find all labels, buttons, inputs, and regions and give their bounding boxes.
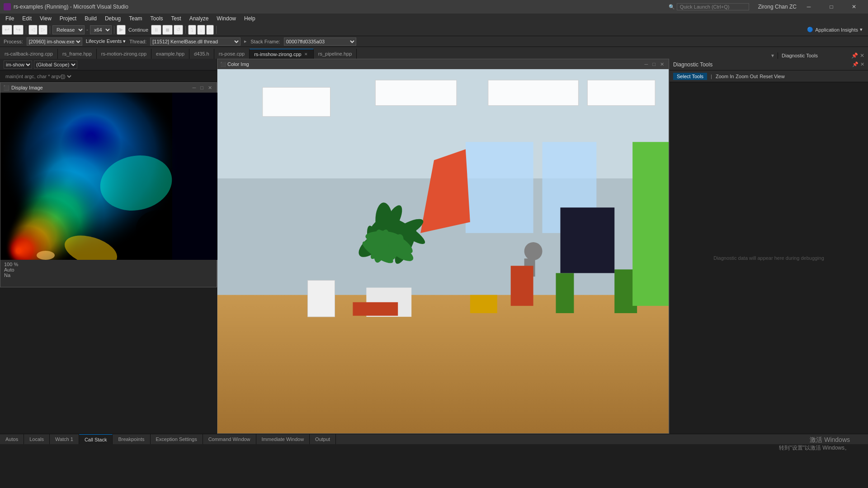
menu-debug[interactable]: Debug bbox=[101, 14, 124, 23]
toolbar: ↩ ↪ ◁ ▷ Release - x64 ▶ Continue ⏸ ⏹ ↺ ⤵… bbox=[0, 23, 868, 36]
diag-empty-message: Diagnostic data will appear here during … bbox=[713, 255, 824, 261]
zoom-in-button[interactable]: Zoom In bbox=[716, 74, 734, 79]
title-bar-left: rs-examples (Running) - Microsoft Visual… bbox=[4, 3, 128, 10]
color-minimize-button[interactable]: ─ bbox=[643, 61, 650, 67]
menu-file[interactable]: File bbox=[2, 14, 18, 23]
tab-label: rs-pose.cpp bbox=[219, 51, 245, 56]
tab-breakpoints[interactable]: Breakpoints bbox=[113, 434, 150, 444]
color-maximize-button[interactable]: □ bbox=[651, 61, 657, 67]
toolbar-separator-5 bbox=[216, 26, 217, 34]
tab-label: rs-imshow-zirong.cpp bbox=[254, 52, 302, 57]
diagnostic-tools-panel: Diagnostic Tools 📌 ✕ Select Tools | Zoom… bbox=[669, 59, 868, 434]
diag-pin-icon[interactable]: 📌 bbox=[852, 61, 859, 67]
global-scope-selector[interactable]: (Global Scope) bbox=[34, 61, 77, 69]
application-insights-button[interactable]: 🔵 Application Insights ▾ bbox=[803, 26, 866, 33]
editor-area: im-show (Global Scope) main(int argc, ch… bbox=[0, 59, 868, 434]
tab-immediate[interactable]: Immediate Window bbox=[256, 434, 310, 444]
menu-tools[interactable]: Tools bbox=[147, 14, 167, 23]
auto-label: Auto bbox=[4, 267, 14, 272]
config-selector[interactable]: Release bbox=[52, 25, 85, 34]
file-scope-selector[interactable]: im-show bbox=[4, 61, 32, 69]
pause-button[interactable]: ⏸ bbox=[151, 25, 161, 35]
insights-label: Application Insights bbox=[815, 27, 858, 33]
thread-label: Thread: bbox=[129, 39, 146, 44]
tab-close-button[interactable]: ✕ bbox=[303, 52, 309, 56]
select-tools-button[interactable]: Select Tools bbox=[673, 73, 707, 80]
tab-label: d435.h bbox=[194, 51, 209, 56]
display-minimize-button[interactable]: ─ bbox=[191, 85, 198, 91]
bottom-content bbox=[0, 444, 868, 488]
diag-close-tab-button[interactable]: ✕ bbox=[860, 52, 864, 59]
display-image-titlebar[interactable]: ⬛ Display Image ─ □ ✕ bbox=[0, 83, 217, 93]
menu-help[interactable]: Help bbox=[241, 14, 259, 23]
tab-rs-motion[interactable]: rs-motion-zirong.cpp bbox=[97, 49, 151, 59]
step-into-button[interactable]: ↓ bbox=[197, 25, 205, 35]
menu-view[interactable]: View bbox=[36, 14, 55, 23]
left-editor: im-show (Global Scope) main(int argc, ch… bbox=[0, 59, 217, 434]
tab-autos[interactable]: Autos bbox=[0, 434, 24, 444]
color-img-window[interactable]: ⬛ Color Img ─ □ ✕ bbox=[217, 59, 669, 434]
tab-rs-frame[interactable]: rs_frame.hpp bbox=[58, 49, 97, 59]
tab-output[interactable]: Output bbox=[310, 434, 336, 444]
diagnostic-tools-tab[interactable]: Diagnostic Tools 📌 ✕ bbox=[778, 52, 868, 59]
tab-example[interactable]: example.hpp bbox=[151, 49, 189, 59]
stop-button[interactable]: ⏹ bbox=[162, 25, 173, 35]
process-selector[interactable]: [20960] im-show.exe bbox=[27, 38, 82, 46]
diag-close-icon[interactable]: ✕ bbox=[860, 61, 864, 67]
display-maximize-button[interactable]: □ bbox=[198, 85, 205, 91]
menu-window[interactable]: Window bbox=[213, 14, 240, 23]
tab-command[interactable]: Command Window bbox=[203, 434, 256, 444]
redo-button[interactable]: ↪ bbox=[13, 25, 24, 35]
restart-button[interactable]: ↺ bbox=[174, 25, 183, 35]
close-button[interactable]: ✕ bbox=[844, 0, 864, 14]
color-image-content bbox=[217, 69, 669, 433]
quick-launch-text[interactable]: Quick Launch (Ctrl+Q) bbox=[677, 3, 749, 10]
tab-rs-pose[interactable]: rs-pose.cpp bbox=[214, 49, 250, 59]
display-close-button[interactable]: ✕ bbox=[206, 85, 214, 91]
tab-exception[interactable]: Exception Settings bbox=[151, 434, 203, 444]
tab-locals[interactable]: Locals bbox=[24, 434, 50, 444]
step-out-button[interactable]: ↑ bbox=[206, 25, 214, 35]
tabs-overflow-button[interactable]: ▾ bbox=[768, 52, 778, 59]
insights-arrow: ▾ bbox=[860, 27, 863, 33]
display-image-window[interactable]: ⬛ Display Image ─ □ ✕ 100 % Auto Na bbox=[0, 82, 217, 287]
menu-analyze[interactable]: Analyze bbox=[186, 14, 212, 23]
lifecycle-button[interactable]: Lifecycle Events ▾ bbox=[86, 38, 126, 44]
tab-watch[interactable]: Watch 1 bbox=[50, 434, 79, 444]
minimize-button[interactable]: ─ bbox=[798, 0, 819, 14]
undo-button[interactable]: ↩ bbox=[2, 25, 12, 35]
menu-build[interactable]: Build bbox=[81, 14, 100, 23]
reset-view-button[interactable]: Reset View bbox=[760, 74, 784, 79]
tab-callstack[interactable]: Call Stack bbox=[79, 434, 113, 444]
zoom-out-button[interactable]: Zoom Out bbox=[736, 74, 758, 79]
navigate-forward-button[interactable]: ▷ bbox=[38, 25, 47, 35]
depth-canvas bbox=[0, 93, 217, 260]
na-label: Na bbox=[4, 272, 10, 278]
function-selector[interactable]: main(int argc, char * argv[]) bbox=[4, 73, 73, 80]
diag-pin-button[interactable]: 📌 bbox=[851, 52, 858, 59]
continue-button[interactable]: ▶ bbox=[117, 25, 126, 35]
tab-label: rs_frame.hpp bbox=[62, 51, 92, 56]
navigate-back-button[interactable]: ◁ bbox=[28, 25, 38, 35]
color-close-button[interactable]: ✕ bbox=[658, 61, 666, 67]
office-canvas bbox=[217, 69, 669, 433]
zoom-label: 100 % bbox=[4, 262, 18, 267]
step-over-button[interactable]: ⤵ bbox=[188, 25, 196, 35]
tab-rs-imshow[interactable]: rs-imshow-zirong.cpp ✕ bbox=[250, 49, 314, 59]
tab-rs-callback[interactable]: rs-callback-zirong.cpp bbox=[0, 49, 58, 59]
diag-title-text: Diagnostic Tools bbox=[673, 61, 712, 68]
menu-team[interactable]: Team bbox=[125, 14, 146, 23]
maximize-button[interactable]: □ bbox=[821, 0, 842, 14]
stack-frame-selector[interactable]: 00007ffd0335a03 bbox=[284, 38, 356, 46]
stack-frame-label: Stack Frame: bbox=[250, 39, 280, 44]
bottom-tabs: Autos Locals Watch 1 Call Stack Breakpoi… bbox=[0, 434, 868, 444]
menu-test[interactable]: Test bbox=[168, 14, 185, 23]
tab-d435[interactable]: d435.h bbox=[189, 49, 214, 59]
platform-selector[interactable]: x64 bbox=[90, 25, 112, 34]
color-img-titlebar[interactable]: ⬛ Color Img ─ □ ✕ bbox=[217, 59, 669, 69]
tab-rs-pipeline[interactable]: rs_pipeline.hpp bbox=[314, 49, 357, 59]
thread-selector[interactable]: [11512] KernelBase.dll thread bbox=[150, 38, 241, 46]
continue-label[interactable]: Continue bbox=[127, 25, 150, 35]
menu-edit[interactable]: Edit bbox=[19, 14, 35, 23]
menu-project[interactable]: Project bbox=[56, 14, 80, 23]
